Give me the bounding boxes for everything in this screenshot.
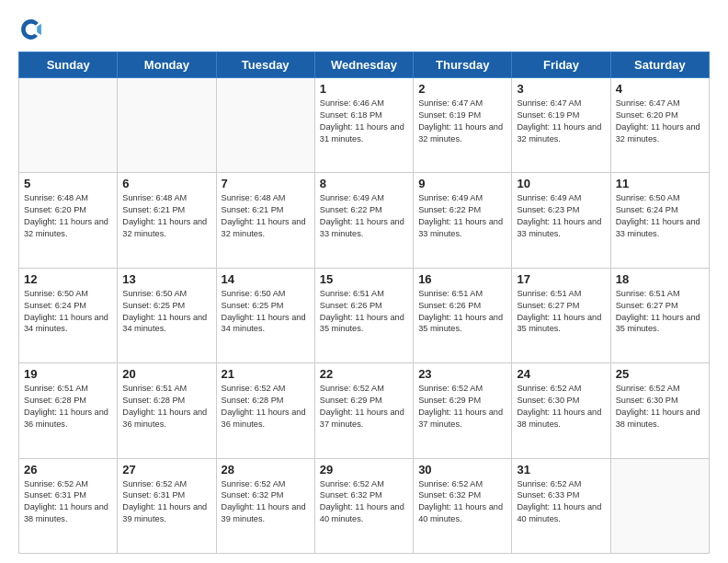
- calendar-cell: 6Sunrise: 6:48 AMSunset: 6:21 PMDaylight…: [118, 173, 216, 268]
- cell-info: Sunrise: 6:48 AMSunset: 6:21 PMDaylight:…: [222, 192, 310, 240]
- calendar-day-header: Thursday: [414, 52, 512, 78]
- day-number: 18: [616, 272, 704, 286]
- day-number: 25: [616, 367, 704, 381]
- day-number: 19: [24, 367, 112, 381]
- day-number: 27: [122, 463, 210, 477]
- calendar-cell: 25Sunrise: 6:52 AMSunset: 6:30 PMDayligh…: [610, 363, 709, 458]
- day-number: 21: [222, 367, 310, 381]
- calendar-cell: [19, 78, 118, 173]
- calendar-cell: 15Sunrise: 6:51 AMSunset: 6:26 PMDayligh…: [314, 268, 413, 362]
- calendar-week-row: 1Sunrise: 6:46 AMSunset: 6:18 PMDaylight…: [19, 78, 710, 173]
- cell-info: Sunrise: 6:52 AMSunset: 6:30 PMDaylight:…: [517, 383, 605, 431]
- day-number: 6: [122, 177, 210, 190]
- calendar-cell: 19Sunrise: 6:51 AMSunset: 6:28 PMDayligh…: [19, 363, 118, 458]
- calendar-cell: 16Sunrise: 6:51 AMSunset: 6:26 PMDayligh…: [414, 268, 512, 362]
- day-number: 9: [418, 177, 506, 190]
- calendar-cell: 20Sunrise: 6:51 AMSunset: 6:28 PMDayligh…: [118, 363, 216, 458]
- day-number: 16: [418, 272, 506, 286]
- cell-info: Sunrise: 6:51 AMSunset: 6:28 PMDaylight:…: [24, 383, 112, 431]
- calendar-cell: 14Sunrise: 6:50 AMSunset: 6:25 PMDayligh…: [216, 268, 314, 362]
- cell-info: Sunrise: 6:50 AMSunset: 6:25 PMDaylight:…: [122, 288, 210, 336]
- calendar-cell: [216, 78, 314, 173]
- cell-info: Sunrise: 6:47 AMSunset: 6:20 PMDaylight:…: [616, 98, 704, 145]
- calendar-cell: 29Sunrise: 6:52 AMSunset: 6:32 PMDayligh…: [314, 458, 413, 553]
- cell-info: Sunrise: 6:52 AMSunset: 6:31 PMDaylight:…: [24, 478, 112, 526]
- cell-info: Sunrise: 6:49 AMSunset: 6:22 PMDaylight:…: [320, 192, 408, 240]
- calendar-cell: 18Sunrise: 6:51 AMSunset: 6:27 PMDayligh…: [610, 268, 709, 362]
- day-number: 14: [222, 272, 310, 286]
- day-number: 7: [222, 177, 310, 190]
- calendar-cell: 1Sunrise: 6:46 AMSunset: 6:18 PMDaylight…: [314, 78, 413, 173]
- calendar-cell: 26Sunrise: 6:52 AMSunset: 6:31 PMDayligh…: [19, 458, 118, 553]
- calendar-day-header: Tuesday: [216, 52, 314, 78]
- cell-info: Sunrise: 6:52 AMSunset: 6:29 PMDaylight:…: [320, 383, 408, 431]
- day-number: 29: [320, 463, 408, 477]
- calendar-cell: [118, 78, 216, 173]
- day-number: 10: [517, 177, 605, 190]
- page: SundayMondayTuesdayWednesdayThursdayFrid…: [0, 0, 728, 563]
- calendar-cell: 7Sunrise: 6:48 AMSunset: 6:21 PMDaylight…: [216, 173, 314, 268]
- day-number: 13: [122, 272, 210, 286]
- logo-icon: [18, 17, 44, 42]
- cell-info: Sunrise: 6:49 AMSunset: 6:23 PMDaylight:…: [517, 192, 605, 240]
- day-number: 3: [517, 82, 605, 96]
- calendar-cell: 24Sunrise: 6:52 AMSunset: 6:30 PMDayligh…: [512, 363, 610, 458]
- calendar-cell: 31Sunrise: 6:52 AMSunset: 6:33 PMDayligh…: [512, 458, 610, 553]
- day-number: 11: [616, 177, 704, 190]
- day-number: 12: [24, 272, 112, 286]
- day-number: 17: [517, 272, 605, 286]
- calendar-cell: 17Sunrise: 6:51 AMSunset: 6:27 PMDayligh…: [512, 268, 610, 362]
- calendar-week-row: 12Sunrise: 6:50 AMSunset: 6:24 PMDayligh…: [19, 268, 710, 362]
- cell-info: Sunrise: 6:52 AMSunset: 6:33 PMDaylight:…: [517, 478, 605, 526]
- calendar-week-row: 5Sunrise: 6:48 AMSunset: 6:20 PMDaylight…: [19, 173, 710, 268]
- calendar-cell: 13Sunrise: 6:50 AMSunset: 6:25 PMDayligh…: [118, 268, 216, 362]
- cell-info: Sunrise: 6:52 AMSunset: 6:32 PMDaylight:…: [320, 478, 408, 526]
- cell-info: Sunrise: 6:52 AMSunset: 6:28 PMDaylight:…: [222, 383, 310, 431]
- header: [18, 17, 710, 42]
- calendar-cell: 11Sunrise: 6:50 AMSunset: 6:24 PMDayligh…: [610, 173, 709, 268]
- day-number: 2: [418, 82, 506, 96]
- calendar-week-row: 26Sunrise: 6:52 AMSunset: 6:31 PMDayligh…: [19, 458, 710, 553]
- day-number: 26: [24, 463, 112, 477]
- calendar-cell: 27Sunrise: 6:52 AMSunset: 6:31 PMDayligh…: [118, 458, 216, 553]
- calendar-table: SundayMondayTuesdayWednesdayThursdayFrid…: [18, 52, 710, 554]
- calendar-cell: 28Sunrise: 6:52 AMSunset: 6:32 PMDayligh…: [216, 458, 314, 553]
- calendar-cell: 4Sunrise: 6:47 AMSunset: 6:20 PMDaylight…: [610, 78, 709, 173]
- cell-info: Sunrise: 6:50 AMSunset: 6:24 PMDaylight:…: [616, 192, 704, 240]
- day-number: 8: [320, 177, 408, 190]
- calendar-cell: 3Sunrise: 6:47 AMSunset: 6:19 PMDaylight…: [512, 78, 610, 173]
- calendar-cell: [610, 458, 709, 553]
- day-number: 1: [320, 82, 408, 96]
- calendar-cell: 12Sunrise: 6:50 AMSunset: 6:24 PMDayligh…: [19, 268, 118, 362]
- calendar-cell: 22Sunrise: 6:52 AMSunset: 6:29 PMDayligh…: [314, 363, 413, 458]
- cell-info: Sunrise: 6:47 AMSunset: 6:19 PMDaylight:…: [418, 98, 506, 145]
- calendar-cell: 2Sunrise: 6:47 AMSunset: 6:19 PMDaylight…: [414, 78, 512, 173]
- day-number: 23: [418, 367, 506, 381]
- calendar-cell: 10Sunrise: 6:49 AMSunset: 6:23 PMDayligh…: [512, 173, 610, 268]
- day-number: 5: [24, 177, 112, 190]
- calendar-day-header: Saturday: [610, 52, 709, 78]
- day-number: 24: [517, 367, 605, 381]
- cell-info: Sunrise: 6:51 AMSunset: 6:26 PMDaylight:…: [418, 288, 506, 336]
- cell-info: Sunrise: 6:52 AMSunset: 6:30 PMDaylight:…: [616, 383, 704, 431]
- calendar-cell: 30Sunrise: 6:52 AMSunset: 6:32 PMDayligh…: [414, 458, 512, 553]
- cell-info: Sunrise: 6:49 AMSunset: 6:22 PMDaylight:…: [418, 192, 506, 240]
- calendar-day-header: Sunday: [19, 52, 118, 78]
- day-number: 31: [517, 463, 605, 477]
- cell-info: Sunrise: 6:48 AMSunset: 6:21 PMDaylight:…: [122, 192, 210, 240]
- cell-info: Sunrise: 6:46 AMSunset: 6:18 PMDaylight:…: [320, 98, 408, 145]
- cell-info: Sunrise: 6:52 AMSunset: 6:32 PMDaylight:…: [222, 478, 310, 526]
- calendar-header-row: SundayMondayTuesdayWednesdayThursdayFrid…: [19, 52, 710, 78]
- logo: [18, 17, 48, 42]
- calendar-cell: 21Sunrise: 6:52 AMSunset: 6:28 PMDayligh…: [216, 363, 314, 458]
- calendar-cell: 5Sunrise: 6:48 AMSunset: 6:20 PMDaylight…: [19, 173, 118, 268]
- calendar-cell: 9Sunrise: 6:49 AMSunset: 6:22 PMDaylight…: [414, 173, 512, 268]
- cell-info: Sunrise: 6:51 AMSunset: 6:26 PMDaylight:…: [320, 288, 408, 336]
- day-number: 30: [418, 463, 506, 477]
- calendar-day-header: Wednesday: [314, 52, 413, 78]
- cell-info: Sunrise: 6:48 AMSunset: 6:20 PMDaylight:…: [24, 192, 112, 240]
- cell-info: Sunrise: 6:50 AMSunset: 6:24 PMDaylight:…: [24, 288, 112, 336]
- calendar-day-header: Friday: [512, 52, 610, 78]
- cell-info: Sunrise: 6:52 AMSunset: 6:32 PMDaylight:…: [418, 478, 506, 526]
- cell-info: Sunrise: 6:52 AMSunset: 6:29 PMDaylight:…: [418, 383, 506, 431]
